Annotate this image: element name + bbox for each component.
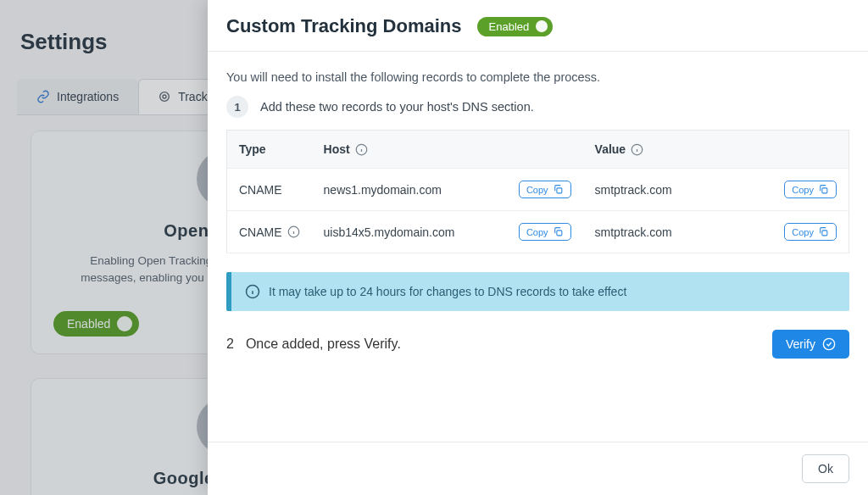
col-type: Type — [227, 131, 312, 169]
cell-type: CNAME — [227, 169, 312, 211]
dns-records-table: Type Host Value — [226, 130, 849, 253]
notice-text: It may take up to 24 hours for changes t… — [269, 285, 626, 298]
copy-icon — [818, 226, 829, 237]
copy-host-button[interactable]: Copy — [519, 181, 571, 198]
step-text: Once added, press Verify. — [246, 336, 401, 352]
cell-type: CNAME — [227, 211, 312, 253]
svg-rect-7 — [556, 231, 561, 236]
toggle-knob — [536, 20, 548, 32]
svg-rect-4 — [556, 188, 561, 193]
info-icon[interactable] — [287, 225, 300, 238]
modal-status-toggle[interactable]: Enabled — [477, 17, 554, 36]
cell-value: smtptrack.com Copy — [583, 169, 849, 211]
modal-intro: You will need to install the following r… — [226, 70, 849, 84]
cell-value: smtptrack.com Copy — [583, 211, 849, 253]
copy-value-button[interactable]: Copy — [784, 223, 837, 241]
step-number: 1 — [226, 96, 248, 118]
modal-title: Custom Tracking Domains — [226, 15, 462, 37]
copy-icon — [818, 184, 829, 195]
svg-rect-5 — [822, 188, 827, 193]
svg-point-10 — [823, 338, 834, 349]
custom-tracking-domains-modal: Custom Tracking Domains Enabled You will… — [208, 0, 868, 495]
cell-host: news1.mydomain.com Copy — [312, 169, 583, 211]
modal-header: Custom Tracking Domains Enabled — [208, 0, 868, 52]
info-icon[interactable] — [355, 143, 368, 156]
ok-button[interactable]: Ok — [802, 454, 849, 483]
col-host: Host — [312, 131, 583, 169]
copy-value-button[interactable]: Copy — [784, 181, 837, 198]
verify-button[interactable]: Verify — [772, 330, 849, 359]
svg-rect-8 — [822, 231, 827, 236]
step-1: 1 Add these two records to your host's D… — [226, 96, 849, 118]
info-icon — [245, 284, 260, 299]
check-circle-icon — [822, 337, 836, 351]
cell-host: uisb14x5.mydomain.com Copy — [312, 211, 583, 253]
copy-host-button[interactable]: Copy — [519, 223, 571, 241]
step-number: 2 — [226, 336, 234, 352]
copy-icon — [553, 184, 564, 195]
modal-footer: Ok — [208, 442, 868, 495]
copy-icon — [553, 226, 564, 237]
step-text: Add these two records to your host's DNS… — [260, 100, 534, 114]
info-icon[interactable] — [631, 143, 643, 156]
step-2-row: 2 Once added, press Verify. Verify — [226, 330, 849, 359]
table-row: CNAME uisb14x5.mydomain.com Copy — [227, 211, 849, 253]
modal-body: You will need to install the following r… — [208, 52, 868, 442]
dns-propagation-notice: It may take up to 24 hours for changes t… — [226, 272, 849, 311]
table-row: CNAME news1.mydomain.com Copy — [227, 169, 849, 211]
col-value: Value — [583, 131, 849, 169]
toggle-label: Enabled — [489, 20, 530, 33]
